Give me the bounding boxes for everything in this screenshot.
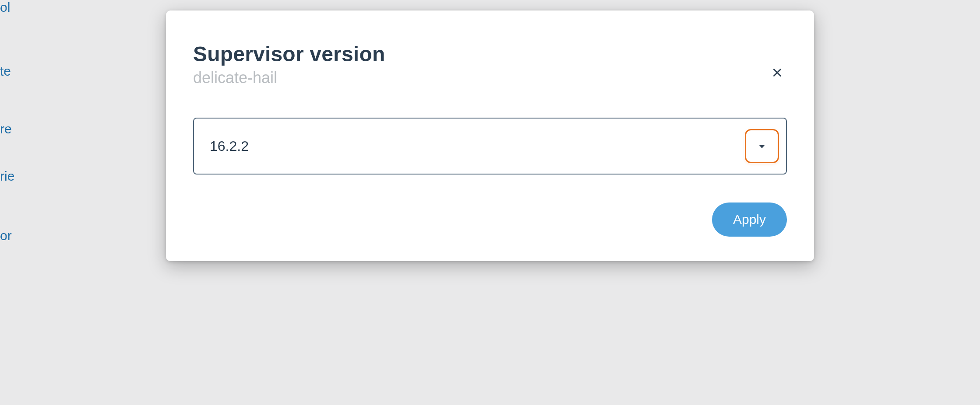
dropdown-toggle[interactable]: [745, 129, 779, 163]
version-select-value: 16.2.2: [210, 138, 249, 154]
modal-title: Supervisor version: [193, 42, 787, 66]
close-button[interactable]: [768, 63, 787, 82]
svg-marker-2: [759, 145, 765, 148]
version-select[interactable]: 16.2.2: [193, 118, 787, 175]
close-icon: [772, 67, 783, 78]
apply-button[interactable]: Apply: [712, 202, 787, 237]
modal-footer: Apply: [193, 202, 787, 237]
chevron-down-icon: [757, 141, 767, 151]
modal-overlay: Supervisor version delicate-hail 16.2.2 …: [0, 0, 980, 405]
supervisor-version-modal: Supervisor version delicate-hail 16.2.2 …: [166, 10, 814, 261]
modal-subtitle: delicate-hail: [193, 69, 787, 87]
